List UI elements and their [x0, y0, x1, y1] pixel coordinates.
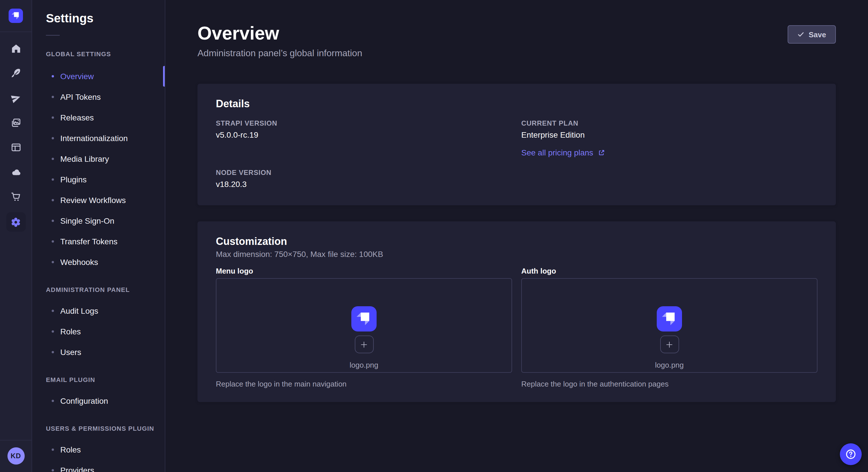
node-version-value: v18.20.3: [216, 179, 512, 189]
cloud-icon[interactable]: [7, 163, 25, 181]
sidebar-item-label: Internationalization: [60, 134, 128, 143]
bullet-icon: [52, 137, 54, 139]
sidebar-item-label: Releases: [60, 113, 94, 122]
sidebar-item-label: Configuration: [60, 396, 108, 405]
sidebar-item-internationalization[interactable]: Internationalization: [46, 128, 157, 148]
gear-icon[interactable]: [6, 212, 26, 232]
sidebar-item-review-workflows[interactable]: Review Workflows: [46, 190, 157, 210]
auth-logo-label: Auth logo: [521, 267, 817, 276]
page-header: Overview Administration panel’s global i…: [197, 22, 836, 59]
page-title: Overview: [197, 22, 362, 45]
bullet-icon: [52, 96, 54, 98]
details-card: Details STRAPI VERSION v5.0.0-rc.19 NODE…: [197, 84, 836, 205]
sidebar-item-transfer-tokens[interactable]: Transfer Tokens: [46, 231, 157, 252]
current-plan-value: Enterprise Edition: [521, 130, 817, 140]
sidebar-item-admin-roles[interactable]: Roles: [46, 321, 157, 342]
sidebar-item-single-sign-on[interactable]: Single Sign-On: [46, 210, 157, 231]
paper-plane-icon[interactable]: [7, 89, 25, 107]
sidebar-item-webhooks[interactable]: Webhooks: [46, 252, 157, 272]
rail-footer: KD: [0, 440, 32, 472]
bullet-icon: [52, 158, 54, 160]
bullet-icon: [52, 116, 54, 119]
details-card-title: Details: [216, 98, 817, 110]
sidebar-item-label: Overview: [60, 72, 94, 81]
strapi-logo: [657, 306, 682, 332]
sidebar-item-up-roles[interactable]: Roles: [46, 439, 157, 460]
auth-logo-hint: Replace the logo in the authentication p…: [521, 380, 817, 388]
settings-subnav: Settings GLOBAL SETTINGS Overview API To…: [32, 0, 165, 472]
pricing-plans-link[interactable]: See all pricing plans: [521, 148, 606, 157]
sidebar-item-releases[interactable]: Releases: [46, 107, 157, 128]
customization-card: Customization Max dimension: 750×750, Ma…: [197, 222, 836, 402]
change-menu-logo-button[interactable]: [354, 336, 373, 353]
external-link-icon: [598, 149, 606, 156]
menu-logo-dropzone[interactable]: logo.png: [216, 278, 512, 373]
strapi-version-label: STRAPI VERSION: [216, 119, 512, 127]
details-right-column: CURRENT PLAN Enterprise Edition See all …: [521, 119, 817, 189]
logo-upload-grid: Menu logo logo.png Replace the logo in t…: [216, 267, 817, 388]
user-avatar[interactable]: KD: [7, 447, 24, 465]
current-plan-label: CURRENT PLAN: [521, 119, 817, 127]
sidebar-item-audit-logs[interactable]: Audit Logs: [46, 301, 157, 321]
section-label-administration-panel: ADMINISTRATION PANEL: [46, 286, 157, 293]
sidebar-item-label: Single Sign-On: [60, 216, 114, 225]
current-plan-field: CURRENT PLAN Enterprise Edition: [521, 119, 817, 140]
subnav-title: Settings: [46, 11, 157, 25]
node-version-field: NODE VERSION v18.20.3: [216, 169, 512, 189]
check-icon: [797, 31, 804, 38]
strapi-version-value: v5.0.0-rc.19: [216, 130, 512, 140]
customization-constraints: Max dimension: 750×750, Max file size: 1…: [216, 249, 817, 259]
pricing-plans-link-label: See all pricing plans: [521, 148, 593, 157]
layout-icon[interactable]: [7, 138, 25, 157]
sidebar-item-email-configuration[interactable]: Configuration: [46, 391, 157, 411]
strapi-logo: [351, 306, 377, 332]
pictures-icon[interactable]: [7, 113, 25, 132]
sidebar-item-media-library[interactable]: Media Library: [46, 148, 157, 169]
auth-logo-filename: logo.png: [655, 361, 684, 369]
menu-logo-input: Menu logo logo.png Replace the logo in t…: [216, 267, 512, 388]
sidebar-item-admin-users[interactable]: Users: [46, 342, 157, 363]
rail-nav: [6, 32, 26, 440]
sidebar-item-label: Users: [60, 347, 81, 357]
sidebar-item-label: Plugins: [60, 175, 87, 184]
strapi-version-field: STRAPI VERSION v5.0.0-rc.19: [216, 119, 512, 140]
help-button[interactable]: [840, 443, 862, 465]
global-settings-list: Overview API Tokens Releases Internation…: [46, 66, 157, 272]
users-permissions-list: Roles Providers: [46, 439, 157, 472]
sidebar-item-label: Audit Logs: [60, 306, 98, 315]
bullet-icon: [52, 261, 54, 263]
bullet-icon: [52, 220, 54, 222]
auth-logo-dropzone[interactable]: logo.png: [521, 278, 817, 373]
customization-card-title: Customization: [216, 235, 817, 248]
sidebar-item-label: API Tokens: [60, 92, 101, 102]
change-auth-logo-button[interactable]: [660, 336, 679, 353]
sidebar-item-overview[interactable]: Overview: [46, 66, 157, 87]
auth-logo-input: Auth logo logo.png Replace the logo in t…: [521, 267, 817, 388]
bullet-icon: [52, 178, 54, 181]
bullet-icon: [52, 199, 54, 201]
page-subtitle: Administration panel’s global informatio…: [197, 48, 362, 59]
sidebar-item-label: Roles: [60, 445, 81, 454]
sidebar-item-up-providers[interactable]: Providers: [46, 460, 157, 472]
menu-logo-hint: Replace the logo in the main navigation: [216, 380, 512, 388]
plus-icon: [360, 340, 369, 349]
sidebar-item-label: Providers: [60, 466, 94, 472]
icon-rail: KD: [0, 0, 32, 472]
sidebar-item-label: Roles: [60, 327, 81, 336]
workspace-logo-section: [0, 0, 32, 32]
home-icon[interactable]: [7, 40, 25, 58]
bullet-icon: [52, 469, 54, 471]
sidebar-item-api-tokens[interactable]: API Tokens: [46, 87, 157, 107]
cart-icon[interactable]: [7, 188, 25, 206]
email-plugin-list: Configuration: [46, 391, 157, 411]
save-button[interactable]: Save: [787, 25, 836, 43]
bullet-icon: [52, 351, 54, 353]
feather-icon[interactable]: [7, 64, 25, 82]
section-label-global-settings: GLOBAL SETTINGS: [46, 50, 157, 57]
section-label-users-permissions-plugin: USERS & PERMISSIONS PLUGIN: [46, 425, 157, 432]
strapi-logo[interactable]: [9, 9, 23, 23]
sidebar-item-plugins[interactable]: Plugins: [46, 169, 157, 190]
menu-logo-filename: logo.png: [350, 361, 378, 369]
bullet-icon: [52, 400, 54, 402]
administration-panel-list: Audit Logs Roles Users: [46, 301, 157, 363]
